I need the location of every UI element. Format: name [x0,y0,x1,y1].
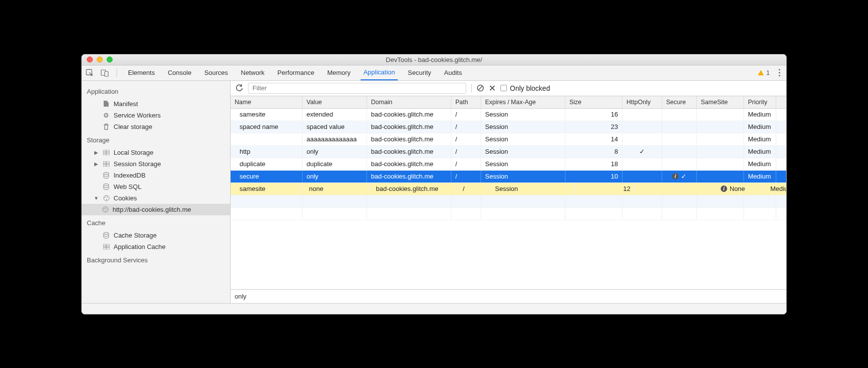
col-value[interactable]: Value [303,96,367,108]
col-expires[interactable]: Expires / Max-Age [481,96,565,108]
svg-rect-2 [105,71,108,76]
table-row[interactable]: samesiteextendedbad-cookies.glitch.me/Se… [231,109,786,121]
col-domain[interactable]: Domain [367,96,451,108]
cell-expires: Session [481,171,565,183]
cell-expires: Session [491,183,575,194]
sidebar-item-clear-storage[interactable]: Clear storage [82,121,230,132]
cell-httponly [622,171,662,183]
tab-elements[interactable]: Elements [125,65,158,80]
sidebar-item-indexeddb[interactable]: IndexedDB [82,170,230,181]
sidebar-item-cookie-origin[interactable]: http://bad-cookies.glitch.me [82,204,230,215]
tab-performance[interactable]: Performance [274,65,317,80]
cookies-table: Name Value Domain Path Expires / Max-Age… [231,96,786,303]
col-name[interactable]: Name [231,96,303,108]
col-secure[interactable]: Secure [662,96,697,108]
tab-label: Memory [327,69,351,76]
col-size[interactable]: Size [565,96,622,108]
cell-value: only [303,171,367,183]
table-row-empty[interactable] [231,208,786,220]
table-icon [103,150,110,155]
only-blocked-toggle[interactable]: Only blocked [500,84,550,92]
refresh-icon[interactable] [236,84,243,92]
sidebar-item-local-storage[interactable]: ▶Local Storage [82,147,230,158]
sidebar-item-service-workers[interactable]: ⚙Service Workers [82,110,230,121]
col-httponly[interactable]: HttpOnly [622,96,662,108]
svg-point-9 [107,196,108,197]
sidebar-item-cookies[interactable]: ▼Cookies [82,192,230,204]
cell-secure [662,109,697,121]
table-row[interactable]: aaaaaaaaaaaaaabad-cookies.glitch.me/Sess… [231,133,786,146]
tab-security[interactable]: Security [405,65,434,80]
cell-expires: Session [481,109,565,121]
warnings-indicator[interactable]: 1 [758,69,770,76]
table-row-empty[interactable] [231,195,786,208]
cell-path: / [451,133,481,145]
database-icon [103,232,110,239]
file-icon [103,100,110,107]
cell-size: 10 [565,171,622,183]
tab-console[interactable]: Console [165,65,194,80]
tab-sources[interactable]: Sources [201,65,231,80]
cell-httponly [622,121,662,133]
sidebar-item-label: Clear storage [114,123,152,130]
cell-path: / [451,109,481,121]
info-icon: i [721,185,727,192]
cell-value: none [305,183,370,194]
inspect-icon[interactable] [86,69,94,77]
svg-point-7 [104,195,109,201]
cell-priority: Medium [744,158,776,170]
cookies-panel: Only blocked Name Value Domain Path Expi… [231,81,786,303]
tab-label: Sources [204,69,228,76]
cell-httponly [637,187,677,191]
cell-secure [662,146,697,158]
more-menu-icon[interactable] [777,67,782,78]
table-row[interactable]: samesitenonebad-cookies.glitch.me/Sessio… [231,183,786,195]
checkbox-icon [500,85,507,91]
cell-httponly [622,133,662,145]
table-icon [103,161,110,167]
cell-expires: Session [481,121,565,133]
svg-point-12 [104,208,105,209]
filter-input[interactable] [248,83,466,94]
cell-value: extended [303,109,367,121]
cell-path: / [451,171,481,183]
sidebar-item-cache-storage[interactable]: Cache Storage [82,230,230,241]
sidebar-item-websql[interactable]: Web SQL [82,181,230,192]
cookie-icon [103,195,110,201]
tab-network[interactable]: Network [238,65,268,80]
svg-point-13 [106,208,107,209]
caret-right-icon: ▶ [94,150,99,155]
col-path[interactable]: Path [451,96,481,108]
sidebar-item-manifest[interactable]: Manifest [82,98,230,110]
sidebar-heading-background-services: Background Services [82,252,230,267]
cell-domain: bad-cookies.glitch.me [367,133,451,145]
table-row[interactable]: spaced namespaced valuebad-cookies.glitc… [231,121,786,133]
database-icon [103,172,110,179]
col-priority[interactable]: Priority [744,96,776,108]
device-toggle-icon[interactable] [101,69,109,77]
tab-memory[interactable]: Memory [324,65,354,80]
tab-audits[interactable]: Audits [441,65,465,80]
sidebar-item-application-cache[interactable]: Application Cache [82,241,230,252]
delete-selected-icon[interactable] [489,85,496,91]
cell-name: http [231,146,303,158]
sidebar-heading-application: Application [82,84,230,98]
table-row[interactable]: duplicateduplicatebad-cookies.glitch.me/… [231,158,786,171]
table-row[interactable]: secureonlybad-cookies.glitch.me/Session1… [231,171,786,183]
cell-domain: bad-cookies.glitch.me [367,146,451,158]
sidebar-item-session-storage[interactable]: ▶Session Storage [82,158,230,170]
svg-point-6 [104,184,109,185]
sidebar-item-label: Manifest [114,100,138,108]
clear-all-icon[interactable] [477,84,484,92]
table-row[interactable]: httponlybad-cookies.glitch.me/Session8✓M… [231,146,786,158]
cell-path: / [451,158,481,170]
statusbar [82,303,786,314]
cell-samesite: iNone [717,183,764,194]
tab-application[interactable]: Application [361,65,398,80]
svg-point-11 [103,207,108,212]
sidebar-item-label: IndexedDB [114,172,145,179]
cell-size: 12 [578,183,635,194]
tab-label: Elements [128,69,155,76]
cell-name [231,133,303,145]
col-samesite[interactable]: SameSite [697,96,744,108]
